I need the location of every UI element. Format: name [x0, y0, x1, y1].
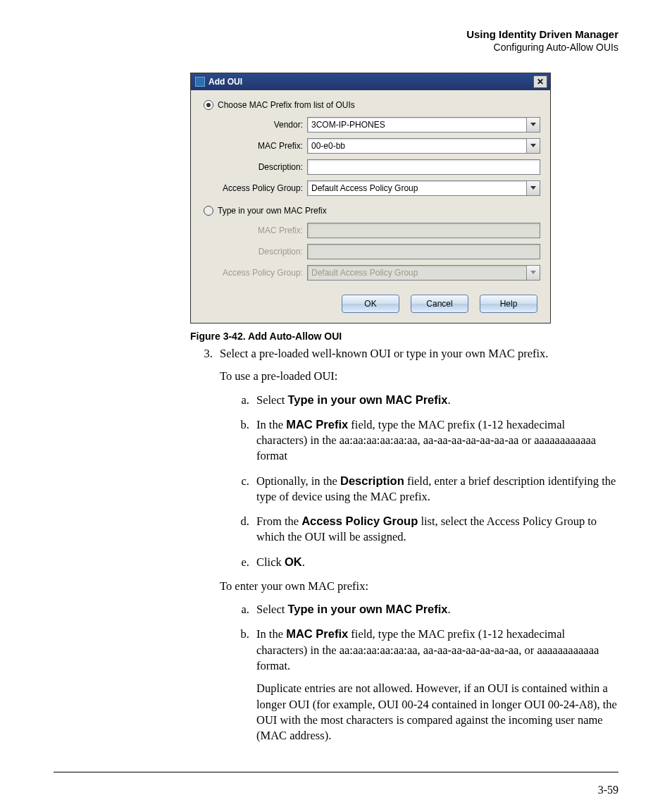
label-mac-prefix: MAC Prefix: [201, 141, 307, 151]
radio-selected-icon [204, 100, 213, 110]
duplicate-note: Duplicate entries are not allowed. Howev… [256, 681, 618, 744]
label-apg-2: Access Policy Group: [201, 268, 307, 278]
apg-combo[interactable]: Default Access Policy Group [307, 180, 540, 196]
cancel-button[interactable]: Cancel [411, 295, 468, 313]
figure-caption: Figure 3-42. Add Auto-Allow OUI [190, 331, 618, 342]
step-3a2: Select Type in your own MAC Prefix. [252, 601, 618, 617]
description-input[interactable] [307, 159, 540, 175]
step-3a: Select Type in your own MAC Prefix. [252, 392, 618, 408]
header-title: Using Identity Driven Manager [54, 28, 618, 40]
svg-marker-0 [530, 123, 536, 126]
label-vendor: Vendor: [201, 120, 307, 130]
label-description-2: Description: [201, 247, 307, 257]
step-3b2: In the MAC Prefix field, type the MAC pr… [252, 626, 618, 744]
apg-value-2: Default Access Policy Group [311, 268, 418, 278]
help-button[interactable]: Help [480, 295, 537, 313]
close-icon[interactable]: ✕ [533, 75, 547, 88]
vendor-value: 3COM-IP-PHONES [311, 120, 385, 130]
apg-value: Default Access Policy Group [311, 183, 418, 193]
mac-prefix-value: 00-e0-bb [311, 141, 345, 151]
radio-choose-label: Choose MAC Prefix from list of OUIs [218, 100, 355, 110]
step-3c: Optionally, in the Description field, en… [252, 473, 618, 505]
radio-type-own-label: Type in your own MAC Prefix [218, 206, 327, 216]
description-input-2 [307, 244, 540, 259]
radio-type-own[interactable]: Type in your own MAC Prefix [204, 206, 540, 216]
svg-marker-1 [530, 144, 536, 147]
use-preloaded-text: To use a pre-loaded OUI: [220, 369, 618, 384]
step-3: Select a pre-loaded well-known OUI or ty… [216, 346, 618, 744]
footer-rule [54, 772, 618, 772]
chevron-down-icon [526, 181, 540, 195]
mac-prefix-combo[interactable]: 00-e0-bb [307, 138, 540, 154]
chevron-down-icon [526, 139, 540, 153]
label-description: Description: [201, 162, 307, 172]
radio-unselected-icon [204, 206, 213, 216]
step-3e: Click OK. [252, 554, 618, 570]
chevron-down-icon [526, 118, 540, 132]
apg-combo-2: Default Access Policy Group [307, 265, 540, 281]
dialog-titlebar: Add OUI ✕ [191, 73, 550, 90]
vendor-combo[interactable]: 3COM-IP-PHONES [307, 117, 540, 133]
step-3d: From the Access Policy Group list, selec… [252, 513, 618, 546]
add-oui-dialog: Add OUI ✕ Choose MAC Prefix from list of… [190, 73, 551, 324]
enter-own-text: To enter your own MAC prefix: [220, 579, 618, 594]
header-subtitle: Configuring Auto-Allow OUIs [54, 42, 618, 53]
label-apg: Access Policy Group: [201, 183, 307, 193]
radio-choose-from-list[interactable]: Choose MAC Prefix from list of OUIs [204, 100, 540, 110]
page-number: 3-59 [54, 784, 618, 796]
svg-marker-3 [530, 271, 536, 274]
chevron-down-icon [526, 266, 540, 280]
step-3-text: Select a pre-loaded well-known OUI or ty… [220, 347, 548, 360]
step-3b: In the MAC Prefix field, type the MAC pr… [252, 417, 618, 464]
dialog-title-text: Add OUI [209, 77, 242, 87]
ok-button[interactable]: OK [342, 295, 399, 313]
label-mac-prefix-2: MAC Prefix: [201, 226, 307, 235]
dialog-icon [195, 77, 205, 87]
mac-prefix-input-2 [307, 223, 540, 238]
svg-marker-2 [530, 186, 536, 190]
